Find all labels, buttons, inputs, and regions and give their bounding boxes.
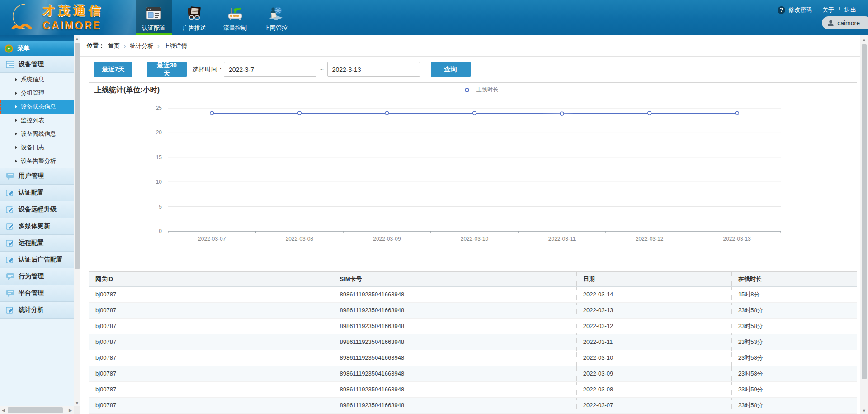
table-row[interactable]: bj00787898611192350416639482022-03-0923时… xyxy=(89,366,857,381)
cell-sim-number: 89861119235041663948 xyxy=(333,381,576,397)
primary-nav: 认证配置广告推送流量控制上网管控 xyxy=(136,0,298,35)
scroll-left-button[interactable]: ◀ xyxy=(0,407,7,414)
sidebar-item-user-mgmt[interactable]: 用户管理 xyxy=(0,168,74,185)
sidebar-item-device-mgmt[interactable]: 设备管理 xyxy=(0,56,74,73)
sidebar-item-post-auth-ads[interactable]: 认证后广告配置 xyxy=(0,252,74,268)
caret-right-icon xyxy=(15,119,17,122)
breadcrumb-item[interactable]: 首页 xyxy=(108,43,120,49)
net-control-icon xyxy=(267,3,284,24)
sidebar-item-auth-config[interactable]: 认证配置 xyxy=(0,185,74,201)
sidebar-item-label: 统计分析 xyxy=(19,306,44,314)
edit-icon xyxy=(6,256,14,264)
legend-line-marker-icon xyxy=(460,87,474,93)
ad-push-icon xyxy=(186,3,203,24)
scroll-right-button[interactable]: ▶ xyxy=(67,407,74,414)
online-duration-line-chart[interactable]: 05101520252022-03-072022-03-082022-03-09… xyxy=(89,83,857,266)
cell-date: 2022-03-14 xyxy=(576,286,731,302)
scrollbar-thumb[interactable] xyxy=(75,43,80,269)
cell-gateway-id: bj00787 xyxy=(89,366,333,381)
help-icon[interactable]: ? xyxy=(778,6,785,14)
sidebar-subitem[interactable]: 设备离线信息 xyxy=(0,127,74,141)
end-date-input[interactable] xyxy=(327,62,420,77)
cell-date: 2022-03-08 xyxy=(576,381,731,397)
cell-sim-number: 89861119235041663948 xyxy=(333,302,576,318)
table-row[interactable]: bj00787898611192350416639482022-03-0823时… xyxy=(89,381,857,397)
online-detail-table: 网关IDSIM卡号日期在线时长 bj0078789861119235041663… xyxy=(89,271,857,414)
breadcrumb-items: 首页›统计分析›上线详情 xyxy=(108,42,187,50)
svg-text:2022-03-08: 2022-03-08 xyxy=(286,236,314,242)
change-password-link[interactable]: 修改密码 xyxy=(788,6,812,14)
cell-online-duration: 23时58分 xyxy=(731,318,857,334)
sidebar-item-platform-mgmt[interactable]: 平台管理 xyxy=(0,285,74,302)
sidebar-horizontal-scrollbar[interactable]: ◀ ▶ xyxy=(0,406,74,414)
cell-date: 2022-03-11 xyxy=(576,334,731,350)
scrollbar-thumb[interactable] xyxy=(8,407,63,413)
menu-header[interactable]: 菜单 xyxy=(0,41,74,56)
table-row[interactable]: bj00787898611192350416639482022-03-1415时… xyxy=(89,286,857,302)
sidebar-item-label: 设备管理 xyxy=(19,60,44,68)
breadcrumb-item[interactable]: 统计分析 xyxy=(130,43,153,49)
svg-text:25: 25 xyxy=(156,105,162,111)
svg-text:2022-03-12: 2022-03-12 xyxy=(636,236,664,242)
query-button[interactable]: 查询 xyxy=(431,62,471,77)
nav-tab-flow-control[interactable]: 流量控制 xyxy=(217,0,253,35)
cell-gateway-id: bj00787 xyxy=(89,302,333,318)
chat-icon xyxy=(6,273,14,281)
online-stats-chart-panel: 05101520252022-03-072022-03-082022-03-09… xyxy=(89,82,857,266)
sidebar-subitem[interactable]: 分组管理 xyxy=(0,86,74,100)
chat-icon xyxy=(6,290,14,297)
sidebar-subitem[interactable]: 系统信息 xyxy=(0,73,74,86)
user-pill[interactable]: caimore xyxy=(822,16,868,29)
nav-tab-net-control[interactable]: 上网管控 xyxy=(258,0,294,35)
nav-tab-ad-push[interactable]: 广告推送 xyxy=(176,0,212,35)
about-link[interactable]: 关于 xyxy=(822,6,834,14)
edit-icon xyxy=(6,223,14,230)
cell-online-duration: 23时53分 xyxy=(731,334,857,350)
sidebar-item-device-upgrade[interactable]: 设备远程升级 xyxy=(0,201,74,218)
sidebar-subitem[interactable]: 设备日志 xyxy=(0,141,74,154)
page-scrollbar[interactable]: ▲ ▼ xyxy=(860,35,868,414)
edit-icon xyxy=(6,206,14,214)
nav-tab-label: 流量控制 xyxy=(223,24,247,32)
table-row[interactable]: bj00787898611192350416639482022-03-1323时… xyxy=(89,302,857,318)
sidebar-subitem[interactable]: 设备告警分析 xyxy=(0,154,74,168)
cell-sim-number: 89861119235041663948 xyxy=(333,366,576,381)
main-content: 位置： 首页›统计分析›上线详情 最近7天 最近30天 选择时间： ~ 查询 0… xyxy=(80,35,860,414)
start-date-input[interactable] xyxy=(224,62,316,77)
sidebar-subitem[interactable]: 设备状态信息 xyxy=(0,100,74,114)
caret-right-icon xyxy=(15,91,17,95)
nav-tab-auth-config[interactable]: 认证配置 xyxy=(136,0,172,35)
cell-online-duration: 23时59分 xyxy=(731,381,857,397)
table-row[interactable]: bj00787898611192350416639482022-03-1223时… xyxy=(89,318,857,334)
logout-link[interactable]: 退出 xyxy=(844,6,856,14)
chart-legend[interactable]: 上线时长 xyxy=(460,86,498,94)
sidebar-subitem-label: 设备日志 xyxy=(21,143,44,152)
cell-gateway-id: bj00787 xyxy=(89,318,333,334)
svg-text:5: 5 xyxy=(159,204,162,210)
scroll-up-button[interactable]: ▲ xyxy=(861,36,868,43)
user-icon xyxy=(827,19,834,26)
column-header-sim-number: SIM卡号 xyxy=(333,272,576,286)
brand-name-en: CAIMORE xyxy=(42,19,104,32)
last-7-days-button[interactable]: 最近7天 xyxy=(94,62,132,77)
scrollbar-thumb[interactable] xyxy=(862,44,867,379)
breadcrumb: 位置： 首页›统计分析›上线详情 xyxy=(80,35,860,57)
sidebar-vertical-scrollbar[interactable]: ▲ ▼ xyxy=(74,35,80,406)
cell-online-duration: 23时58分 xyxy=(731,350,857,366)
sidebar-item-label: 认证配置 xyxy=(19,189,44,197)
table-row[interactable]: bj00787898611192350416639482022-03-1123时… xyxy=(89,334,857,350)
sidebar-item-stats-analysis[interactable]: 统计分析 xyxy=(0,302,74,319)
sidebar-subitem[interactable]: 监控列表 xyxy=(0,114,74,127)
scroll-down-button[interactable]: ▼ xyxy=(861,407,868,414)
table-row[interactable]: bj00787898611192350416639482022-03-0723时… xyxy=(89,397,857,413)
table-row[interactable]: bj00787898611192350416639482022-03-1023时… xyxy=(89,350,857,366)
sidebar-item-multimedia-update[interactable]: 多媒体更新 xyxy=(0,218,74,235)
cell-date: 2022-03-07 xyxy=(576,397,731,413)
scroll-down-button[interactable]: ▼ xyxy=(74,400,80,406)
sidebar-item-behavior-mgmt[interactable]: 行为管理 xyxy=(0,268,74,285)
sidebar-item-remote-config[interactable]: 远程配置 xyxy=(0,235,74,252)
caimore-moon-icon xyxy=(7,3,40,32)
last-30-days-button[interactable]: 最近30天 xyxy=(147,62,187,77)
brand-name-cn: 才茂通信 xyxy=(42,3,104,19)
scroll-up-button[interactable]: ▲ xyxy=(74,35,80,42)
